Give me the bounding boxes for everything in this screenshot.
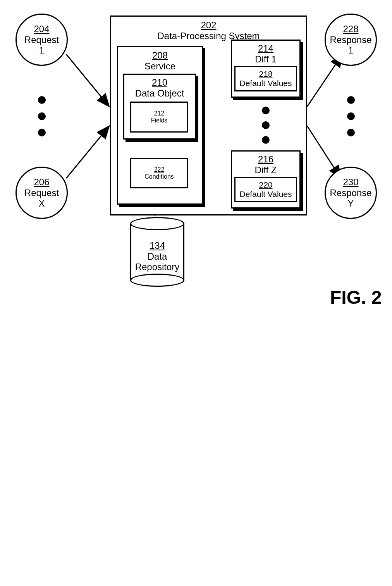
data-object-label: Data Object — [124, 88, 195, 99]
defaults-z-box: 220 Default Values — [234, 177, 297, 202]
data-object-num: 210 — [124, 77, 195, 88]
fields-label: Fields — [151, 117, 168, 124]
conditions-label: Conditions — [144, 173, 174, 180]
figure-caption: FIG. 2 — [330, 287, 382, 308]
request-1-label2: 1 — [39, 45, 44, 56]
svg-line-4 — [307, 126, 341, 178]
defaults-z-label: Default Values — [239, 190, 292, 199]
request-1-num: 204 — [34, 24, 49, 34]
fields-num: 212 — [154, 110, 165, 117]
response-1-node: 228 Response 1 — [325, 14, 377, 66]
fields-box: 212 Fields — [130, 102, 188, 133]
request-1-node: 204 Request 1 — [15, 14, 68, 66]
response-y-label2: Y — [347, 198, 354, 209]
conditions-num: 222 — [154, 166, 165, 173]
defaults-1-label: Default Values — [239, 79, 292, 88]
response-ellipsis — [347, 79, 355, 153]
defaults-1-box: 218 Default Values — [234, 66, 297, 91]
repo-num: 134 — [130, 240, 184, 251]
response-y-num: 230 — [343, 177, 358, 188]
repo-label1: Data — [130, 251, 184, 262]
response-y-label1: Response — [330, 188, 371, 198]
service-label: Service — [118, 61, 202, 72]
svg-line-1 — [66, 54, 109, 107]
figure-caption-text: FIG. 2 — [330, 287, 382, 308]
diff-1-label: Diff 1 — [232, 54, 299, 65]
diagram-canvas: 204 Request 1 206 Request X 202 Data-Pro… — [0, 0, 392, 586]
service-num: 208 — [118, 50, 202, 61]
response-1-label1: Response — [330, 34, 371, 45]
conditions-box: 222 Conditions — [130, 158, 188, 188]
system-num: 202 — [111, 20, 306, 31]
request-x-label1: Request — [24, 188, 59, 198]
request-x-label2: X — [38, 198, 45, 209]
diff-z-num: 216 — [232, 154, 299, 165]
repo-label2: Repository — [130, 262, 184, 272]
diff-z-label: Diff Z — [232, 165, 299, 176]
response-y-node: 230 Response Y — [325, 167, 377, 219]
response-1-num: 228 — [343, 24, 358, 34]
defaults-z-num: 220 — [259, 180, 272, 190]
request-x-num: 206 — [34, 177, 49, 188]
request-ellipsis — [38, 79, 46, 153]
request-x-node: 206 Request X — [15, 167, 68, 219]
defaults-1-num: 218 — [259, 69, 272, 79]
data-repository: 134 Data Repository — [130, 217, 184, 287]
request-1-label1: Request — [24, 34, 59, 45]
response-1-label2: 1 — [348, 45, 353, 56]
svg-line-2 — [66, 126, 109, 178]
diff-1-num: 214 — [232, 43, 299, 54]
diff-ellipsis — [262, 104, 270, 146]
